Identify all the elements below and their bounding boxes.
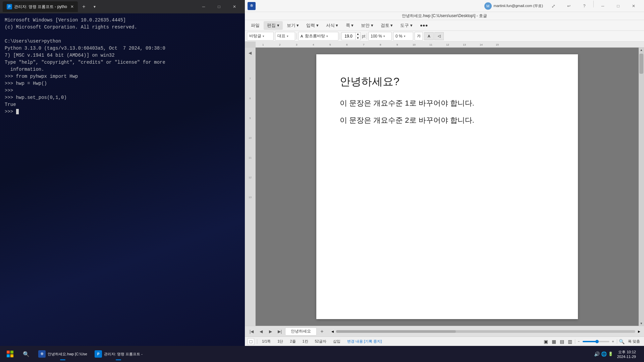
hwp-page-nav-next-btn[interactable]: ▶ xyxy=(266,327,274,336)
hwp-scroll-down-btn[interactable]: ▼ xyxy=(639,321,644,326)
hwp-search-icon[interactable]: 🔍 xyxy=(619,338,625,345)
hwp-menu-security[interactable]: 보안 ▾ xyxy=(358,21,377,30)
taskbar-right: 🔊 🌐 🔋 오후 10:12 2024-11-29 xyxy=(594,347,641,361)
terminal-line-7: information. xyxy=(5,66,240,73)
hwp-menu-insert[interactable]: 입력 ▾ xyxy=(303,21,322,30)
hwp-zoom-arrow: ▾ xyxy=(383,35,385,38)
terminal-line-3: C:\Users\user>python xyxy=(5,38,240,45)
hwp-sidebar-collapse-btn[interactable]: ◀ xyxy=(246,49,254,57)
hwp-zoom-out-btn[interactable]: － xyxy=(577,339,581,344)
hwp-expand-btn[interactable]: ⤢ xyxy=(546,1,561,11)
hwp-menu-tools[interactable]: 도구 ▾ xyxy=(397,21,416,30)
hwp-menu-page[interactable]: 쪽 ▾ xyxy=(342,21,357,30)
hwp-char-btn[interactable]: 가 xyxy=(415,32,423,41)
hwp-minimize-btn[interactable]: ─ xyxy=(595,1,610,11)
hwp-view-icon-2[interactable]: ▦ xyxy=(551,338,557,345)
hwp-menu-more[interactable]: ●●● xyxy=(417,21,431,29)
terminal-tab-dropdown-btn[interactable]: ▾ xyxy=(90,2,99,11)
hwp-page-nav-last-btn[interactable]: ▶| xyxy=(276,327,284,336)
taskbar-tray-icon-2[interactable]: 🌐 xyxy=(601,351,607,357)
hwp-scroll-up-btn[interactable]: ▲ xyxy=(639,48,644,52)
hwp-menu-file[interactable]: 파일 xyxy=(248,21,263,30)
terminal-line-9: >>> hwp = Hwp() xyxy=(5,80,240,87)
terminal-line-2: (c) Microsoft Corporation. All rights re… xyxy=(5,24,240,31)
svg-text:6: 6 xyxy=(346,43,348,46)
svg-text:5: 5 xyxy=(329,43,331,46)
hwp-font-size-down-btn[interactable]: ▼ xyxy=(356,36,360,40)
hwp-menu-review[interactable]: 검토 ▾ xyxy=(377,21,396,30)
hwp-page-nav-prev-btn[interactable]: ◀ xyxy=(257,327,265,336)
hwp-page-nav-first-btn[interactable]: |◀ xyxy=(248,327,256,336)
hwp-view-icon-3[interactable]: ▤ xyxy=(559,338,566,345)
taskbar-show-desktop-btn[interactable] xyxy=(640,347,641,361)
svg-text:13: 13 xyxy=(463,43,466,46)
hwp-para1[interactable]: 이 문장은 개요수준 1로 바꾸어야 합니다. xyxy=(340,97,554,109)
hwp-statusbar-right: ▣ ▦ ▤ ▥ － ＋ 🔍 xyxy=(543,338,641,345)
hwp-font-family-select[interactable]: A 함초롬바탕 ▾ xyxy=(298,32,338,41)
taskbar-app-terminal[interactable]: P 관리자: 명령 프롬프트 - xyxy=(91,347,146,361)
hwp-content-area[interactable]: 안녕하세요? 이 문장은 개요수준 1로 바꾸어야 합니다. 이 문장은 개요수… xyxy=(256,48,639,326)
windows-logo-icon xyxy=(7,351,13,357)
hwp-menu-edit[interactable]: 편집 ▾ xyxy=(264,21,283,30)
hwp-zoom-handle[interactable] xyxy=(595,340,599,343)
taskbar-search-btn[interactable]: 🔍 xyxy=(19,347,34,361)
taskbar-app-hwp[interactable]: ㅎ 안녕하세요.hwp [C:\Use xyxy=(35,347,91,361)
hwp-doc-area: ◀ 7 8 9 10 11 12 13 안녕하세요? xyxy=(245,48,644,326)
hwp-maximize-btn[interactable]: □ xyxy=(610,1,626,11)
hwp-expand-view-btn[interactable]: ◁ xyxy=(434,32,444,40)
terminal-tab[interactable]: P 관리자: 명령 프롬프트 - pytho ✕ xyxy=(3,1,78,12)
hwp-hscroll-left-btn[interactable]: ◀ xyxy=(330,329,335,334)
taskbar: 🔍 ㅎ 안녕하세요.hwp [C:\Use P 관리자: 명령 프롬프트 - 🔊… xyxy=(0,346,644,362)
terminal-line-13[interactable]: >>> xyxy=(5,108,240,115)
hwp-vruler-7: 7 xyxy=(249,77,251,80)
hwp-view-icon-4[interactable]: ▥ xyxy=(567,338,574,345)
terminal-maximize-btn[interactable]: □ xyxy=(211,1,227,12)
terminal-close-btn[interactable]: ✕ xyxy=(227,1,242,12)
hwp-page-tab-add-btn[interactable]: + xyxy=(318,327,326,336)
hwp-help-btn[interactable]: ? xyxy=(577,1,592,11)
hwp-hscroll-track[interactable] xyxy=(336,330,635,333)
hwp-back-btn[interactable]: ↩ xyxy=(561,1,577,11)
terminal-line-1: Microsoft Windows [Version 10.0.22635.44… xyxy=(5,17,240,24)
hwp-zoom-in-btn[interactable]: ＋ xyxy=(611,339,615,344)
hwp-font-style-select[interactable]: 바탕글 ▾ xyxy=(247,32,274,41)
taskbar-tray-icon-3[interactable]: 🔋 xyxy=(608,352,613,356)
hwp-view-normal-icon[interactable]: □ xyxy=(248,338,254,345)
hwp-account: M martinii.fun@gmail.com (무료) xyxy=(482,2,546,10)
terminal-minimize-btn[interactable]: ─ xyxy=(196,1,211,12)
hwp-para2[interactable]: 이 문장은 개요수준 2로 바꾸어야 합니다. xyxy=(340,114,554,126)
hwp-color-group: A ◁ xyxy=(424,32,444,40)
hwp-avatar: M xyxy=(484,2,492,10)
hwp-hscroll-right-btn[interactable]: ▶ xyxy=(637,329,641,334)
hwp-page-tab-1[interactable]: 안녕하세요 xyxy=(285,327,317,336)
taskbar-start-btn[interactable] xyxy=(3,347,17,361)
hwp-font-type-select[interactable]: 대표 ▾ xyxy=(275,32,295,41)
hwp-scroll-thumb[interactable] xyxy=(639,54,643,74)
hwp-hscroll-thumb[interactable] xyxy=(336,330,456,333)
hwp-close-btn[interactable]: ✕ xyxy=(626,1,641,11)
taskbar-system-tray: 🔊 🌐 🔋 xyxy=(594,351,613,357)
terminal-tab-close-btn[interactable]: ✕ xyxy=(70,4,74,9)
terminal-tab-add-btn[interactable]: + xyxy=(79,2,89,11)
hwp-menu-format[interactable]: 서식 ▾ xyxy=(323,21,342,30)
terminal-line-8: >>> from pyhwpx import Hwp xyxy=(5,73,240,80)
hwp-fit-label[interactable]: 폭 맞춤 xyxy=(627,339,641,344)
hwp-rotation-select[interactable]: 0 % ▾ xyxy=(393,32,413,41)
hwp-view-icon-1[interactable]: ▣ xyxy=(543,338,549,345)
hwp-zoom-select[interactable]: 100 % ▾ xyxy=(368,32,392,41)
taskbar-clock[interactable]: 오후 10:12 2024-11-29 xyxy=(614,348,639,360)
hwp-bg-color-btn[interactable]: A xyxy=(424,32,434,40)
hwp-menu-view[interactable]: 보기 ▾ xyxy=(283,21,303,30)
terminal-titlebar: P 관리자: 명령 프롬프트 - pytho ✕ + ▾ ─ □ ✕ xyxy=(0,0,245,13)
hwp-page[interactable]: 안녕하세요? 이 문장은 개요수준 1로 바꾸어야 합니다. 이 문장은 개요수… xyxy=(316,54,578,319)
hwp-zoom-slider[interactable] xyxy=(583,341,609,342)
hwp-scrollbar-right[interactable]: ▲ ▼ xyxy=(639,48,644,326)
hwp-status-track[interactable]: 변경 내용 [기록 중지] xyxy=(345,339,384,344)
svg-text:10: 10 xyxy=(413,43,416,46)
taskbar-tray-icon-1[interactable]: 🔊 xyxy=(594,351,600,357)
hwp-status-page: 1/1쪽 xyxy=(260,339,273,344)
hwp-font-size-input[interactable] xyxy=(342,34,355,39)
hwp-font-size-up-btn[interactable]: ▲ xyxy=(356,33,360,36)
hwp-heading1[interactable]: 안녕하세요? xyxy=(340,74,554,89)
terminal-body[interactable]: Microsoft Windows [Version 10.0.22635.44… xyxy=(0,13,245,346)
